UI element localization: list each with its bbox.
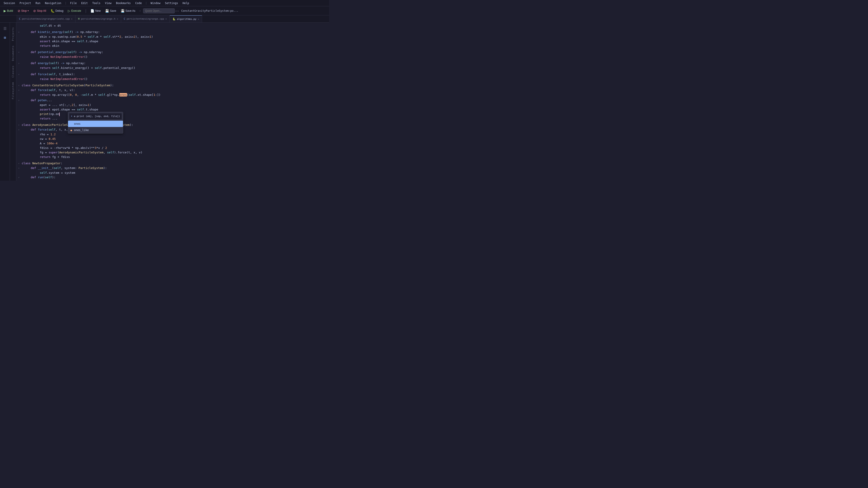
panel-classes[interactable]: Classes <box>11 66 14 77</box>
nav-back-button[interactable]: ‹ <box>176 9 177 13</box>
menu-project[interactable]: Project <box>18 1 33 5</box>
fold-energy[interactable]: ▾ <box>18 61 22 66</box>
menu-settings[interactable]: Settings <box>163 1 180 5</box>
tab-close-4[interactable]: ✕ <box>198 18 199 20</box>
code-line-20: ▾ class AerodynamicParticleSystem(Consta… <box>18 123 329 127</box>
autocomplete-dropdown[interactable]: ➤ ● print (obj, [sep, end, file]) ● ones… <box>68 112 123 133</box>
code-line-15: ▾ def poten... <box>18 98 329 103</box>
build-button[interactable]: ▶ Build <box>2 8 15 13</box>
menu-session[interactable]: Session <box>2 1 17 5</box>
debug-icon: 🐛 <box>51 9 55 13</box>
fold-init[interactable]: ▾ <box>18 166 22 170</box>
tab-persistentmovingrange-h[interactable]: H persistentmovingrange.h ✕ <box>75 15 121 22</box>
fold-potential-energy[interactable]: ▾ <box>18 50 22 55</box>
fold-run[interactable]: ▾ <box>18 175 22 180</box>
code-line-6: ▾ def potential_energy(self) -> np.ndarr… <box>18 50 329 55</box>
menu-separator-2: | <box>145 2 148 5</box>
tab-close-1[interactable]: ✕ <box>71 18 72 20</box>
menu-edit[interactable]: Edit <box>79 1 90 5</box>
code-line-23: cw = 0.45 <box>18 137 329 141</box>
panel-documents[interactable]: Documents <box>11 45 14 61</box>
code-line-24: A = 100e-4 <box>18 141 329 146</box>
menu-view[interactable]: View <box>103 1 113 5</box>
tab-persistentmovingrangeprivate-cpp[interactable]: C persistentmovingrangeprivate.cpp ✕ <box>16 15 75 22</box>
ac-item-ones-like[interactable]: ◆ ones_like <box>68 127 123 133</box>
code-line-12: ▾ class ConstantGravityParticleSystem(Pa… <box>18 83 329 88</box>
new-button[interactable]: 📄 New <box>89 8 102 13</box>
code-line-28: ▾ class NewtonPropagator: <box>18 161 329 166</box>
quick-open-input[interactable] <box>143 8 175 13</box>
menu-help[interactable]: Help <box>181 1 191 5</box>
tab-bar-panels <box>10 15 16 22</box>
stop-button[interactable]: ⊘ Stop ▾ <box>16 8 31 13</box>
save-as-icon: 💾 <box>121 9 125 13</box>
code-line-19: return ... <box>18 116 329 121</box>
menu-run[interactable]: Run <box>34 1 42 5</box>
new-icon: 📄 <box>90 9 94 13</box>
code-line-3: ekin = np.sum(np.sum(0.5 * self.m * self… <box>18 35 329 39</box>
code-line-18: print(np.on ➤ ● print (obj, [sep, end, f… <box>18 112 329 116</box>
nav-forward-button[interactable]: › <box>178 9 179 13</box>
code-line-17: assert epot.shape == self.t.shape <box>18 107 329 112</box>
code-line-8: ▾ def energy(self) -> np.ndarray: <box>18 61 329 66</box>
code-line-5: return ekin <box>18 43 329 48</box>
tab-persistentmovingrange-cpp[interactable]: C persistentmovingrange.cpp ✕ <box>121 15 170 22</box>
tab-close-2[interactable]: ✕ <box>117 18 118 20</box>
menu-window[interactable]: Window <box>149 1 162 5</box>
sidebar-icon-fold[interactable]: ⊞ <box>1 33 9 41</box>
fold-newton[interactable]: ▾ <box>18 161 22 166</box>
panel-filesystem[interactable]: Filesystem <box>11 82 14 99</box>
code-line-22: rho = 1.2 <box>18 132 329 137</box>
code-area[interactable]: self.dt = dt ▾ def kinetic_energy(self) … <box>16 23 329 181</box>
menu-bar: Session Project Run Navigation | File Ed… <box>0 0 329 6</box>
fold-force3[interactable]: ▾ <box>18 127 22 132</box>
breadcrumb: ConstantGravityParticleSystem:po... <box>181 9 239 12</box>
tab-icon-py-1: 🐍 <box>173 18 176 21</box>
code-line-25: fdiss = -rho*cw*A * np.abs(v)**3*v / 2 <box>18 146 329 150</box>
code-line-10: ▾ def force(self, t_index): <box>18 72 329 77</box>
tab-algorithms-py[interactable]: 🐍 algorithms.py ✕ <box>170 15 202 22</box>
main-layout: ☰ ⊞ Projects Documents Classes Filesyste… <box>0 23 329 181</box>
code-line-9: return self.kinetic_energy() + self.pote… <box>18 66 329 70</box>
code-content: self.dt = dt ▾ def kinetic_energy(self) … <box>16 23 329 181</box>
code-line-16: epot = ... xt[:,:,2], axis=1) <box>18 103 329 107</box>
code-line-13: ▾ def force(self, t, x, v): <box>18 88 329 93</box>
fold-aerodynamic[interactable]: ▾ <box>18 123 22 127</box>
menu-bookmarks[interactable]: Bookmarks <box>114 1 132 5</box>
code-line-4: assert ekin.shape == self.t.shape <box>18 39 329 43</box>
stop-all-button[interactable]: ⊘ Stop All <box>31 8 48 13</box>
menu-tools[interactable]: Tools <box>90 1 102 5</box>
code-line-32: print("running {0} steps".format(len(sel… <box>18 180 329 181</box>
menu-separator-1: | <box>64 2 67 5</box>
code-line-11: raise NotImplementedError() <box>18 77 329 81</box>
stop-icon: ⊘ <box>18 9 20 13</box>
ac-item-ones[interactable]: ● ones <box>68 121 123 127</box>
menu-code[interactable]: Code <box>133 1 144 5</box>
fold-force1[interactable]: ▾ <box>18 72 22 77</box>
fold-force2[interactable]: ▾ <box>18 88 22 93</box>
save-as-button[interactable]: 💾 Save As <box>119 8 137 13</box>
tab-icon-cpp-2: C <box>124 18 125 20</box>
fold-constant-gravity[interactable]: ▾ <box>18 83 22 88</box>
save-button[interactable]: 💾 Save <box>103 8 118 13</box>
debug-button[interactable]: 🐛 Debug <box>49 8 65 13</box>
tab-bar: C persistentmovingrangeprivate.cpp ✕ H p… <box>0 15 329 23</box>
sidebar-icon-hamburger[interactable]: ☰ <box>1 24 9 33</box>
save-icon: 💾 <box>105 9 109 13</box>
build-icon: ▶ <box>4 9 6 13</box>
fold-kinetic-energy[interactable]: ▾ <box>18 30 22 35</box>
ac-arrow-icon: ➤ <box>71 114 72 119</box>
menu-navigation[interactable]: Navigation <box>43 1 63 5</box>
tab-close-3[interactable]: ✕ <box>165 18 167 20</box>
ac-bullet-ones: ● <box>70 122 72 126</box>
fold-poten[interactable]: ▾ <box>18 98 22 103</box>
tab-icon-h-1: H <box>78 18 80 20</box>
code-line-7: raise NotImplementedError() <box>18 55 329 59</box>
panel-projects[interactable]: Projects <box>11 27 14 41</box>
autocomplete-header-text: print (obj, [sep, end, file]) <box>76 114 120 119</box>
menu-file[interactable]: File <box>68 1 79 5</box>
side-panels: Projects Documents Classes Filesystem <box>10 23 16 181</box>
tab-icon-cpp-1: C <box>19 18 21 20</box>
execute-button[interactable]: ▷ Execute <box>66 8 83 13</box>
stop-all-icon: ⊘ <box>33 9 36 13</box>
